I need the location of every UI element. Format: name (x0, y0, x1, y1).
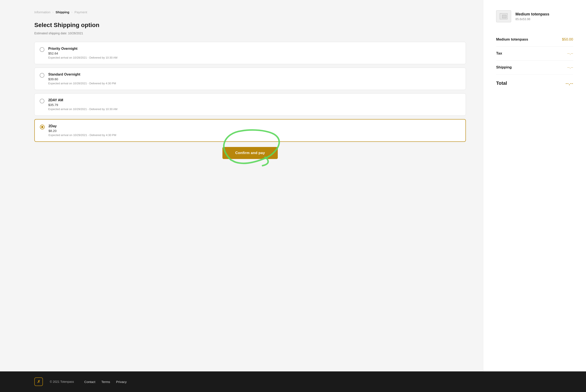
product-info: Medium totenpass 85.6x53.98 (516, 12, 549, 21)
option-name-standard: Standard Overnight (48, 72, 116, 76)
breadcrumb-payment: Payment (74, 10, 87, 14)
shipping-value: --,-- (567, 65, 573, 70)
footer-links: Contact Terms Privacy (84, 380, 127, 384)
product-row: Medium totenpass 85.6x53.98 (496, 10, 573, 22)
left-panel: Information › Shipping › Payment Select … (0, 0, 483, 372)
shipping-label: Shipping (496, 65, 512, 70)
summary-row-shipping: Shipping --,-- (496, 60, 573, 74)
option-delivery-2day-am: Expected arrival on 10/29/2021 - Deliver… (48, 108, 117, 111)
option-details-2day-am: 2DAY AM $35.79 Expected arrival on 10/29… (48, 98, 117, 111)
footer-logo: ✗ (34, 378, 43, 386)
tax-label: Tax (496, 51, 502, 56)
shipping-option-priority-overnight[interactable]: Priority Overnight $52.64 Expected arriv… (34, 42, 466, 64)
page-title: Select Shipping option (34, 22, 466, 28)
option-details-priority: Priority Overnight $52.64 Expected arriv… (48, 47, 117, 59)
breadcrumb-shipping: Shipping (55, 10, 69, 14)
shipping-options-list: Priority Overnight $52.64 Expected arriv… (34, 42, 466, 142)
shipping-option-2day-am[interactable]: 2DAY AM $35.79 Expected arrival on 10/29… (34, 93, 466, 116)
breadcrumb-separator-1: › (52, 11, 53, 14)
option-price-2day: $8.20 (48, 129, 116, 132)
breadcrumb-separator-2: › (71, 11, 72, 14)
footer-link-terms[interactable]: Terms (101, 380, 110, 384)
breadcrumb: Information › Shipping › Payment (34, 10, 466, 14)
footer-copyright: © 2021 Totenpass (50, 380, 74, 384)
product-summary-price: $50.00 (562, 37, 573, 42)
product-name: Medium totenpass (516, 12, 549, 16)
right-panel: Medium totenpass 85.6x53.98 Medium toten… (483, 0, 586, 372)
footer-link-privacy[interactable]: Privacy (116, 380, 126, 384)
option-delivery-standard: Expected arrival on 10/28/2021 - Deliver… (48, 82, 116, 85)
footer: ✗ © 2021 Totenpass Contact Terms Privacy (0, 372, 586, 392)
option-name-2day-am: 2DAY AM (48, 98, 117, 102)
thumbnail-inner (500, 13, 508, 19)
summary-row-tax: Tax --,-- (496, 46, 573, 60)
radio-priority-overnight[interactable] (40, 47, 44, 52)
option-details-standard: Standard Overnight $39.60 Expected arriv… (48, 72, 116, 85)
option-details-2day: 2Day $8.20 Expected arrival on 10/29/202… (48, 124, 116, 137)
option-price-2day-am: $35.79 (48, 103, 117, 107)
option-price-priority: $52.64 (48, 52, 117, 55)
product-thumbnail (496, 10, 511, 22)
total-value: --,-- (566, 80, 573, 86)
shipping-option-2day[interactable]: 2Day $8.20 Expected arrival on 10/29/202… (34, 119, 466, 142)
confirm-and-pay-button[interactable]: Confirm and pay (222, 147, 278, 159)
radio-2day-am[interactable] (40, 99, 44, 104)
footer-logo-icon: ✗ (37, 379, 40, 384)
radio-2day[interactable] (40, 125, 45, 130)
estimated-date: Estimated shipping date: 10/26/2021 (34, 32, 466, 35)
confirm-area: Confirm and pay (34, 147, 466, 159)
option-name-priority: Priority Overnight (48, 47, 117, 51)
option-price-standard: $39.60 (48, 77, 116, 81)
total-label: Total (496, 80, 507, 86)
radio-standard-overnight[interactable] (40, 73, 44, 78)
option-name-2day: 2Day (48, 124, 116, 128)
summary-row-product: Medium totenpass $50.00 (496, 32, 573, 46)
option-delivery-priority: Expected arrival on 10/28/2021 - Deliver… (48, 56, 117, 59)
product-dims: 85.6x53.98 (516, 18, 549, 21)
breadcrumb-information: Information (34, 10, 50, 14)
footer-link-contact[interactable]: Contact (84, 380, 95, 384)
shipping-option-standard-overnight[interactable]: Standard Overnight $39.60 Expected arriv… (34, 68, 466, 90)
option-delivery-2day: Expected arrival on 10/29/2021 - Deliver… (48, 134, 116, 137)
product-summary-label: Medium totenpass (496, 37, 528, 42)
summary-row-total: Total --,-- (496, 74, 573, 91)
tax-value: --,-- (567, 51, 573, 56)
